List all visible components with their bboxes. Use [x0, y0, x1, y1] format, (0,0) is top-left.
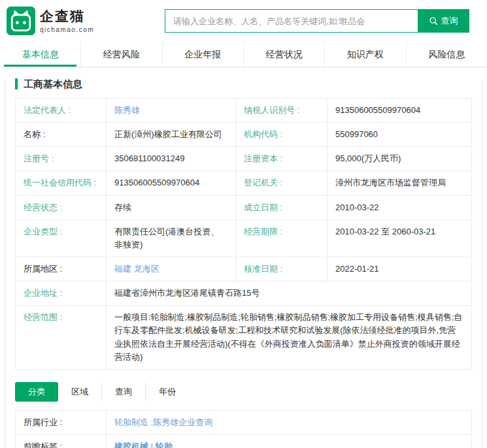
- table-row: 企业类型 : 有限责任公司(港澳台投资、非独资) 经营期限 : 2010-03-…: [16, 219, 472, 257]
- table-row: 所属行业 : 轮胎制造 ;陈秀雄企业查询: [16, 410, 472, 434]
- field-label-unified-social-credit-code: 统一社会信用代码 :: [16, 171, 107, 195]
- subtab-query[interactable]: 查询: [101, 382, 145, 402]
- nav-tab-intellectual-property[interactable]: 知识产权: [324, 42, 405, 67]
- foresight-tag-link[interactable]: 橡胶机械: [114, 441, 148, 448]
- table-row: 注册号 : 350681100031249 注册资本 : 95,000(万人民币…: [16, 147, 472, 171]
- subtab-category[interactable]: 分类: [15, 382, 58, 402]
- registered-capital-value: 95,000(万人民币): [327, 147, 472, 171]
- field-label-company-type: 企业类型 :: [16, 219, 107, 257]
- tags-table: 所属行业 : 轮胎制造 ;陈秀雄企业查询 前瞻标签 : 橡胶机械 | 轮胎 展会…: [15, 410, 472, 448]
- table-row: 统一社会信用代码 : 913506005509970604 登记机关 : 漳州市…: [16, 171, 472, 195]
- field-label-foresight-tags: 前瞻标签 :: [16, 434, 107, 448]
- field-label-region: 所属地区 :: [16, 257, 107, 281]
- field-label-establishment-date: 成立日期 :: [236, 195, 327, 219]
- field-label-company-address: 企业地址 :: [16, 281, 107, 306]
- nav-tab-operating-risk[interactable]: 经营风险: [80, 42, 161, 67]
- establishment-date-value: 2010-03-22: [327, 195, 472, 219]
- industry-tag-link[interactable]: 轮胎制造: [114, 417, 148, 427]
- registration-authority-value: 漳州市龙海区市场监督管理局: [327, 171, 472, 195]
- tag-separator: |: [148, 441, 156, 448]
- unified-social-credit-code-value: 913506005509970604: [107, 171, 236, 195]
- table-row: 企业地址 : 福建省漳州市龙海区港尾镇青石路15号: [16, 281, 472, 306]
- field-label-registration-number: 注册号 :: [16, 147, 107, 171]
- qichamao-cat-logo-icon: [7, 7, 35, 35]
- content-panel: 工商基本信息 法定代表人 : 陈秀雄 纳税人识别号 : 913506005509…: [5, 78, 482, 448]
- section-title-business-basic-info: 工商基本信息: [15, 78, 472, 89]
- field-label-taxpayer-id: 纳税人识别号 :: [236, 99, 327, 123]
- operating-status-value: 存续: [107, 195, 236, 219]
- nav-tab-operating-status[interactable]: 经营状况: [243, 42, 324, 67]
- business-scope-value: 一般项目:轮胎制造;橡胶制品制造;轮胎销售;橡胶制品销售;橡胶加工专用设备销售;…: [107, 306, 472, 370]
- field-label-business-scope: 经营范围 :: [16, 306, 107, 370]
- taxpayer-id-value: 913506005509970604: [327, 99, 472, 123]
- table-row: 经营状态 : 存续 成立日期 : 2010-03-22: [16, 195, 472, 219]
- table-row: 法定代表人 : 陈秀雄 纳税人识别号 : 913506005509970604: [16, 99, 472, 123]
- search-box: 查询: [165, 9, 469, 33]
- tag-filter-tabs: 分类 区域 查询 年份: [15, 382, 472, 402]
- foresight-tag-link[interactable]: 轮胎: [156, 441, 173, 448]
- region-province-link[interactable]: 福建: [114, 264, 131, 274]
- logo-title: 企查猫: [40, 8, 94, 24]
- org-code-value: 550997060: [327, 123, 472, 147]
- field-label-legal-representative: 法定代表人 :: [16, 99, 107, 123]
- industry-tag-link[interactable]: 陈秀雄企业查询: [153, 417, 212, 427]
- company-name-value: 正新(漳州)橡胶工业有限公司: [107, 123, 236, 147]
- table-row: 经营范围 : 一般项目:轮胎制造;橡胶制品制造;轮胎销售;橡胶制品销售;橡胶加工…: [16, 306, 472, 370]
- subtab-region[interactable]: 区域: [58, 382, 101, 402]
- operating-period-value: 2010-03-22 至 2060-03-21: [327, 219, 472, 257]
- legal-representative-link[interactable]: 陈秀雄: [114, 105, 140, 115]
- company-address-value: 福建省漳州市龙海区港尾镇青石路15号: [107, 281, 472, 306]
- subtab-year[interactable]: 年份: [145, 382, 189, 402]
- search-button-label: 查询: [441, 15, 458, 27]
- search-input[interactable]: [165, 10, 418, 32]
- search-button[interactable]: 查询: [418, 10, 469, 32]
- main-nav: 基本信息 经营风险 企业年报 经营状况 知识产权 风险信息: [0, 42, 487, 67]
- region-district-link[interactable]: 龙海区: [134, 264, 160, 274]
- nav-tab-risk-info[interactable]: 风险信息: [406, 42, 487, 67]
- field-label-company-name: 名称 :: [16, 123, 107, 147]
- nav-tab-annual-report[interactable]: 企业年报: [162, 42, 243, 67]
- approval-date-value: 2022-01-21: [327, 257, 472, 281]
- table-row: 所属地区 : 福建 龙海区 核准日期 : 2022-01-21: [16, 257, 472, 281]
- company-type-value: 有限责任公司(港澳台投资、非独资): [107, 219, 236, 257]
- nav-tab-basic-info[interactable]: 基本信息: [0, 42, 80, 67]
- field-label-operating-period: 经营期限 :: [236, 219, 327, 257]
- registration-number-value: 350681100031249: [107, 147, 236, 171]
- field-label-registered-capital: 注册资本 :: [236, 147, 327, 171]
- logo-subtitle: qichamao.com: [40, 26, 94, 33]
- field-label-industry: 所属行业 :: [16, 410, 107, 434]
- table-row: 前瞻标签 : 橡胶机械 | 轮胎: [16, 434, 472, 448]
- logo[interactable]: 企查猫 qichamao.com: [7, 7, 94, 35]
- field-label-registration-authority: 登记机关 :: [236, 171, 327, 195]
- table-row: 名称 : 正新(漳州)橡胶工业有限公司 机构代码 : 550997060: [16, 123, 472, 147]
- header: 企查猫 qichamao.com 查询: [0, 0, 487, 42]
- search-icon: [429, 16, 438, 25]
- field-label-org-code: 机构代码 :: [236, 123, 327, 147]
- company-info-table: 法定代表人 : 陈秀雄 纳税人识别号 : 913506005509970604 …: [15, 98, 472, 370]
- field-label-approval-date: 核准日期 :: [236, 257, 327, 281]
- field-label-operating-status: 经营状态 :: [16, 195, 107, 219]
